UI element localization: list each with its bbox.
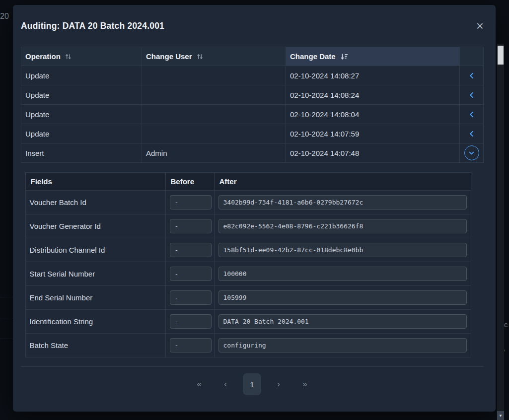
chevron-left-icon [468, 72, 475, 79]
table-row: Update 02-10-2024 14:07:59 [21, 124, 484, 143]
change-user-cell [142, 66, 286, 85]
change-date-cell: 02-10-2024 14:07:59 [286, 124, 460, 143]
row-expansion: Fields Before After Voucher Batch Id [21, 163, 484, 366]
after-value-input[interactable] [218, 314, 467, 329]
audit-detail-table: Fields Before After Voucher Batch Id [25, 172, 471, 357]
before-value-input[interactable] [170, 219, 212, 233]
modal-title: Auditing: DATA 20 Batch 2024.001 [21, 21, 164, 31]
collapse-row-button[interactable] [464, 145, 479, 160]
audit-table: Operation Change User [21, 47, 484, 366]
chevron-left-icon [468, 130, 475, 138]
field-label: Voucher Generator Id [25, 214, 165, 238]
chevron-left-icon [468, 91, 475, 99]
before-value-input[interactable] [170, 338, 212, 352]
detail-row: Distribution Channel Id [25, 238, 471, 262]
prev-page-button[interactable]: ‹ [217, 373, 234, 395]
background-divider [0, 318, 13, 318]
background-divider [0, 339, 13, 339]
after-value-input[interactable] [218, 338, 467, 352]
field-label: Identification String [25, 310, 165, 334]
operation-cell: Update [21, 124, 142, 143]
expand-row-button[interactable] [464, 126, 479, 141]
last-page-button[interactable]: » [296, 373, 314, 395]
table-row: Update 02-10-2024 14:08:27 [21, 66, 484, 85]
audit-modal: Auditing: DATA 20 Batch 2024.001 × Opera… [13, 5, 496, 412]
column-header-change-date[interactable]: Change Date [286, 47, 460, 66]
before-value-input[interactable] [170, 290, 212, 305]
scrollbar-thumb[interactable] [498, 46, 504, 65]
change-date-cell: 02-10-2024 14:07:48 [286, 143, 460, 163]
operation-cell: Insert [21, 143, 142, 163]
operation-cell: Update [21, 66, 142, 85]
detail-column-after: After [214, 173, 471, 191]
background-text-fragment: c [504, 320, 508, 329]
change-user-cell [142, 124, 286, 143]
after-value-input[interactable] [218, 267, 467, 281]
paginator: « ‹ 1 › » [21, 366, 483, 413]
detail-row: Voucher Generator Id [25, 214, 471, 238]
before-value-input[interactable] [170, 314, 212, 329]
expand-row-button[interactable] [464, 68, 479, 83]
field-label: Distribution Channel Id [25, 238, 165, 262]
column-header-change-user[interactable]: Change User [142, 47, 286, 66]
page-button-1[interactable]: 1 [243, 373, 261, 395]
close-button[interactable]: × [475, 19, 485, 32]
detail-column-fields: Fields [25, 173, 165, 191]
sort-icon [65, 53, 72, 60]
detail-row: Identification String [25, 310, 471, 334]
modal-header: Auditing: DATA 20 Batch 2024.001 × [13, 5, 496, 47]
table-row: Update 02-10-2024 14:08:04 [21, 105, 484, 124]
modal-body: Operation Change User [13, 47, 496, 413]
after-value-input[interactable] [218, 290, 467, 305]
change-user-cell [142, 85, 286, 105]
table-row: Update 02-10-2024 14:08:24 [21, 85, 484, 105]
background-divider [0, 297, 13, 297]
change-date-cell: 02-10-2024 14:08:04 [286, 105, 460, 124]
detail-row: Voucher Batch Id [25, 191, 471, 214]
change-user-cell [142, 105, 286, 124]
audit-table-header-row: Operation Change User [21, 47, 484, 66]
field-label: End Serial Number [25, 286, 165, 310]
scrollbar-down-button[interactable]: ▼ [497, 411, 504, 420]
column-header-expand [460, 47, 484, 66]
detail-row: Start Serial Number [25, 262, 471, 286]
table-row-expanded: Insert Admin 02-10-2024 14:07:48 [21, 143, 484, 163]
column-header-operation[interactable]: Operation [21, 47, 142, 66]
change-date-cell: 02-10-2024 14:08:27 [286, 66, 460, 85]
expand-row-button[interactable] [464, 87, 479, 102]
page: { "modal": { "title": "Auditing: DATA 20… [0, 0, 509, 420]
next-page-button[interactable]: › [270, 373, 288, 395]
sort-descending-icon [340, 53, 348, 60]
column-label: Operation [25, 52, 61, 61]
after-value-input[interactable] [218, 219, 467, 233]
chevron-left-icon [468, 111, 475, 118]
field-label: Batch State [25, 334, 165, 357]
after-value-input[interactable] [218, 243, 467, 257]
column-label: Change Date [290, 52, 336, 61]
operation-cell: Update [21, 85, 142, 105]
field-label: Voucher Batch Id [25, 191, 165, 214]
sort-icon [197, 53, 203, 60]
detail-row: End Serial Number [25, 286, 471, 310]
after-value-input[interactable] [218, 195, 467, 210]
before-value-input[interactable] [170, 243, 212, 257]
change-user-cell: Admin [142, 143, 286, 163]
chevron-down-icon [468, 149, 475, 157]
column-label: Change User [146, 52, 192, 61]
before-value-input[interactable] [170, 195, 212, 210]
change-date-cell: 02-10-2024 14:08:24 [286, 85, 460, 105]
detail-row: Batch State [25, 334, 471, 357]
vertical-scrollbar[interactable]: ▼ [497, 44, 504, 420]
expand-row-button[interactable] [464, 107, 479, 122]
background-text-fragment: 20 [0, 12, 9, 21]
before-value-input[interactable] [170, 267, 212, 281]
detail-header-row: Fields Before After [25, 173, 471, 191]
operation-cell: Update [21, 105, 142, 124]
first-page-button[interactable]: « [190, 373, 208, 395]
field-label: Start Serial Number [25, 262, 165, 286]
detail-column-before: Before [165, 173, 214, 191]
